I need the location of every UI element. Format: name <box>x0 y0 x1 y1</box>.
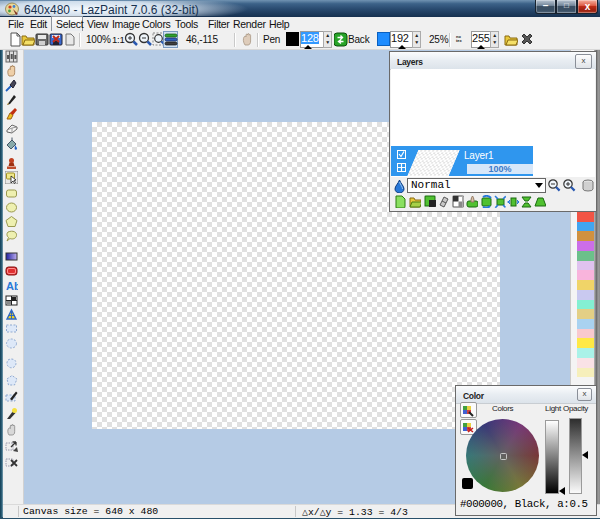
svg-text:Ab: Ab <box>6 280 18 292</box>
